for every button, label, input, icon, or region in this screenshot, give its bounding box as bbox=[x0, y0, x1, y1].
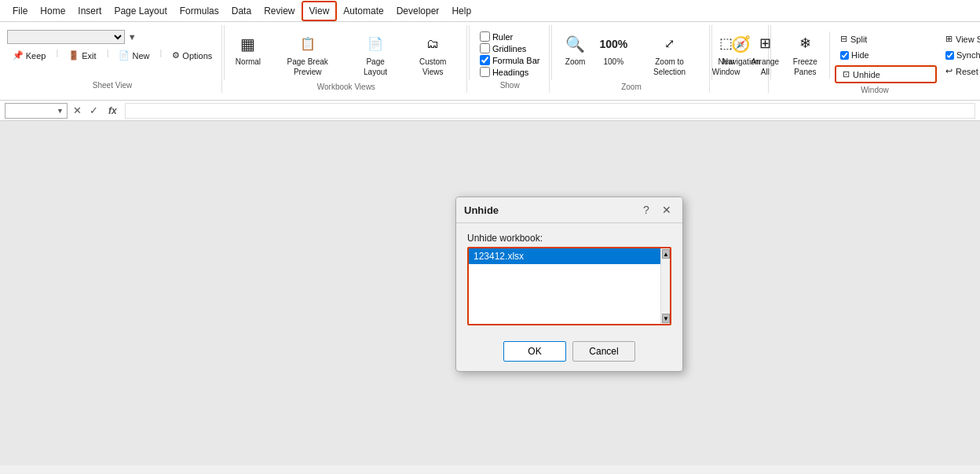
exit-button[interactable]: 🚪 Exit bbox=[63, 48, 101, 63]
ribbon-group-zoom: 🔍 Zoom 100% 100% ⤢ Zoom to Selection Zoo… bbox=[554, 25, 711, 93]
menu-data[interactable]: Data bbox=[225, 2, 258, 20]
arrange-all-icon: ⊞ bbox=[759, 31, 771, 57]
gridlines-checkbox[interactable] bbox=[480, 43, 490, 53]
zoom-button[interactable]: 🔍 Zoom bbox=[558, 28, 593, 70]
custom-views-icon: 🗂 bbox=[426, 31, 439, 57]
view-side-by-side-button[interactable]: ⊞ View Side by Si... bbox=[940, 31, 980, 46]
formula-bar: ▼ ✕ ✓ fx bbox=[0, 101, 980, 121]
dialog-help-button[interactable]: ? bbox=[638, 202, 654, 218]
options-button[interactable]: ⚙ Options bbox=[166, 48, 218, 63]
page-layout-button[interactable]: 📄 Page Layout bbox=[349, 28, 400, 80]
menu-review[interactable]: Review bbox=[258, 2, 301, 20]
confirm-icon[interactable]: ✓ bbox=[87, 105, 101, 116]
view-side-by-side-icon: ⊞ bbox=[945, 34, 953, 44]
navigation-group-label bbox=[719, 87, 763, 93]
ruler-checkbox-label[interactable]: Ruler bbox=[480, 31, 540, 42]
new-button[interactable]: 📄 New bbox=[113, 48, 155, 63]
menu-developer[interactable]: Developer bbox=[390, 2, 446, 20]
ribbon-group-show: Ruler Gridlines Formula Bar Headings Sho… bbox=[471, 25, 550, 93]
freeze-panes-icon: ❄ bbox=[799, 31, 811, 57]
name-box[interactable]: ▼ bbox=[5, 103, 68, 119]
unhide-dialog: Unhide ? ✕ Unhide workbook: 123412.xlsx … bbox=[455, 197, 683, 372]
formula-bar-checkbox-label[interactable]: Formula Bar bbox=[480, 55, 540, 65]
zoom-100-button[interactable]: 100% 100% bbox=[596, 28, 631, 70]
new-window-icon: ⬚ bbox=[719, 31, 733, 57]
page-break-button[interactable]: 📋 Page Break Preview bbox=[269, 28, 346, 80]
fx-icon[interactable]: fx bbox=[104, 105, 122, 116]
unhide-icon: ⊡ bbox=[843, 69, 850, 79]
keep-icon: 📌 bbox=[13, 50, 24, 61]
ribbon-group-workbook-views: ▦ Normal 📋 Page Break Preview 📄 Page Lay… bbox=[226, 25, 467, 93]
menu-help[interactable]: Help bbox=[445, 2, 477, 20]
scrollbar-thumb-top[interactable]: ▲ bbox=[662, 249, 670, 259]
split-button[interactable]: ⊟ Split bbox=[835, 31, 937, 46]
cancel-icon[interactable]: ✕ bbox=[71, 105, 84, 116]
formula-input[interactable] bbox=[125, 103, 975, 119]
headings-checkbox[interactable] bbox=[480, 67, 490, 77]
custom-views-button[interactable]: 🗂 Custom Views bbox=[404, 28, 462, 80]
ribbon-group-window: ⬚ New Window ⊞ Arrange All ❄ Freeze Pane… bbox=[773, 25, 977, 93]
dialog-title: Unhide bbox=[464, 204, 499, 216]
exit-icon: 🚪 bbox=[68, 50, 79, 61]
reset-window-button[interactable]: ↩ Reset Window P... bbox=[940, 64, 980, 79]
hide-checkbox[interactable] bbox=[840, 51, 849, 60]
workbook-views-label: Workbook Views bbox=[231, 80, 462, 94]
zoom-100-icon: 100% bbox=[599, 31, 627, 57]
arrange-all-button[interactable]: ⊞ Arrange All bbox=[748, 28, 782, 80]
freeze-panes-button[interactable]: ❄ Freeze Panes bbox=[785, 28, 825, 80]
dialog-label: Unhide workbook: bbox=[467, 233, 671, 244]
scrollbar-thumb-bottom[interactable]: ▼ bbox=[662, 314, 670, 323]
menu-file[interactable]: File bbox=[6, 2, 34, 20]
options-icon: ⚙ bbox=[172, 50, 180, 61]
zoom-label: Zoom bbox=[558, 80, 705, 94]
headings-checkbox-label[interactable]: Headings bbox=[480, 67, 540, 77]
page-layout-icon: 📄 bbox=[368, 31, 383, 57]
workbook-list[interactable]: 123412.xlsx bbox=[469, 248, 670, 324]
zoom-selection-icon: ⤢ bbox=[664, 31, 675, 57]
ruler-checkbox[interactable] bbox=[480, 31, 490, 42]
window-label: Window bbox=[777, 83, 972, 97]
formula-bar-checkbox[interactable] bbox=[480, 55, 490, 65]
dialog-controls: ? ✕ bbox=[638, 202, 675, 218]
sheet-view-dropdown-arrow[interactable]: ▼ bbox=[128, 32, 137, 42]
menu-automate[interactable]: Automate bbox=[337, 2, 389, 20]
dialog-ok-button[interactable]: OK bbox=[503, 341, 566, 362]
show-label: Show bbox=[476, 79, 544, 93]
dialog-title-bar: Unhide ? ✕ bbox=[456, 197, 682, 223]
normal-icon: ▦ bbox=[240, 31, 255, 57]
reset-window-icon: ↩ bbox=[945, 66, 953, 76]
dialog-body: Unhide workbook: 123412.xlsx ▲ ▼ bbox=[456, 223, 682, 335]
page-break-icon: 📋 bbox=[300, 31, 316, 57]
workbook-list-container: 123412.xlsx ▲ ▼ bbox=[467, 247, 671, 325]
workbook-item-0[interactable]: 123412.xlsx bbox=[469, 248, 670, 264]
menu-insert[interactable]: Insert bbox=[71, 2, 108, 20]
keep-button[interactable]: 📌 Keep bbox=[7, 48, 52, 63]
menu-page-layout[interactable]: Page Layout bbox=[108, 2, 173, 20]
scrollbar-track[interactable]: ▲ ▼ bbox=[660, 248, 670, 324]
gridlines-checkbox-label[interactable]: Gridlines bbox=[480, 43, 540, 53]
unhide-button[interactable]: ⊡ Unhide bbox=[835, 65, 937, 83]
ribbon: ▼ 📌 Keep | 🚪 Exit | 📄 New bbox=[0, 22, 980, 101]
dialog-close-button[interactable]: ✕ bbox=[659, 202, 675, 218]
dialog-cancel-button[interactable]: Cancel bbox=[572, 341, 635, 362]
ribbon-group-sheet-view: ▼ 📌 Keep | 🚪 Exit | 📄 New bbox=[3, 25, 222, 93]
new-icon: 📄 bbox=[119, 50, 130, 61]
zoom-selection-button[interactable]: ⤢ Zoom to Selection bbox=[634, 28, 704, 80]
new-window-button[interactable]: ⬚ New Window bbox=[708, 28, 745, 80]
split-icon: ⊟ bbox=[840, 34, 847, 44]
dialog-footer: OK Cancel bbox=[456, 335, 682, 371]
zoom-icon: 🔍 bbox=[565, 31, 585, 57]
menu-bar: File Home Insert Page Layout Formulas Da… bbox=[0, 0, 980, 22]
menu-home[interactable]: Home bbox=[34, 2, 71, 20]
synchronous-button[interactable]: Synchronous S... bbox=[940, 48, 980, 62]
sheet-view-label: Sheet View bbox=[8, 79, 217, 93]
normal-view-button[interactable]: ▦ Normal bbox=[231, 28, 265, 70]
sheet-view-select[interactable] bbox=[7, 30, 125, 44]
menu-view[interactable]: View bbox=[302, 1, 338, 21]
name-box-arrow[interactable]: ▼ bbox=[57, 107, 64, 115]
synchronous-checkbox[interactable] bbox=[945, 51, 954, 60]
hide-button[interactable]: Hide bbox=[835, 48, 937, 62]
menu-formulas[interactable]: Formulas bbox=[174, 2, 225, 20]
